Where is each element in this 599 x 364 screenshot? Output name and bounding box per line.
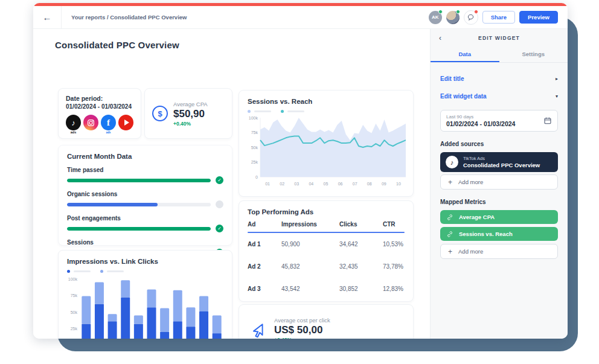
- svg-text:25k: 25k: [71, 327, 78, 331]
- ad-value-cell: 12,83%: [383, 278, 405, 300]
- legend-item-sessions: [281, 110, 304, 113]
- cpa-label: Average CPA: [173, 101, 208, 107]
- pending-icon: [216, 200, 223, 208]
- instagram-icon: [83, 115, 98, 130]
- svg-text:04: 04: [309, 182, 313, 186]
- ads-column-header: Impressions: [281, 216, 339, 232]
- impressions-clicks-widget[interactable]: Impressions vs. Link Clicks 025k50k75k10…: [58, 250, 232, 339]
- sessions-reach-widget[interactable]: Sessions vs. Reach 025k50k75k100k0102030…: [239, 90, 414, 197]
- progress-label: Post engagements: [67, 215, 223, 222]
- svg-text:25k: 25k: [251, 160, 258, 164]
- edit-title-label: Edit title: [440, 75, 464, 82]
- edit-widget-data-row[interactable]: Edit widget data ▾: [440, 88, 558, 105]
- legend-placeholder: [74, 270, 91, 272]
- stacked-bar-chart: 025k50k75k100k0102030405060708091011: [63, 274, 228, 339]
- chat-bubble-icon: [467, 13, 475, 21]
- added-source-card[interactable]: ♪TikTok AdsConsolidated PPC Overview: [440, 152, 558, 172]
- metrics-list: Average CPASessions vs. Reach: [440, 210, 558, 241]
- legend-dot: [248, 110, 251, 113]
- panel-back-chevron-icon[interactable]: ‹: [439, 34, 441, 42]
- svg-text:09: 09: [382, 182, 386, 186]
- tab-data[interactable]: Data: [431, 47, 499, 62]
- table-row[interactable]: Ad 245,83232,43573,78%: [239, 255, 413, 278]
- avatar-initials[interactable]: AK: [429, 11, 442, 24]
- online-dot: [456, 10, 460, 14]
- play-icon: [124, 120, 129, 126]
- svg-text:75k: 75k: [71, 293, 78, 298]
- date-period-widget[interactable]: Date period: 01/02/2024 - 01/03/2024 ♪ad…: [58, 88, 141, 139]
- top-ads-widget[interactable]: Top Performing Ads AdImpressionsClicksCT…: [239, 200, 414, 302]
- cursor-icon: [250, 322, 266, 338]
- table-row[interactable]: Ad 150,90034,64210,53%: [239, 233, 413, 255]
- calendar-icon[interactable]: [543, 117, 552, 125]
- legend-item-impressions: [67, 270, 91, 273]
- ads-table-header: AdImpressionsClicksCTR: [239, 216, 413, 232]
- svg-text:50k: 50k: [71, 310, 78, 315]
- add-metric-button[interactable]: + Add more: [440, 244, 558, 259]
- mapped-metric-pill[interactable]: Sessions vs. Reach: [440, 227, 558, 241]
- notification-dot: [474, 10, 478, 14]
- date-period-label: Date period:: [66, 95, 133, 102]
- ad-value-cell: 30,852: [339, 278, 383, 300]
- progress-label: Time passed: [67, 167, 223, 173]
- svg-text:03: 03: [294, 182, 299, 186]
- add-source-button[interactable]: + Add more: [440, 174, 558, 190]
- svg-text:08: 08: [367, 182, 372, 186]
- chat-button[interactable]: [464, 10, 478, 25]
- average-cpa-widget[interactable]: $ Average CPA $50,90 +0.40%: [144, 88, 232, 139]
- svg-text:07: 07: [353, 182, 357, 186]
- chart-legend: [67, 270, 227, 273]
- panel-title: EDIT WIDGET: [478, 35, 520, 41]
- stage: ← Your reports / Consolidated PPC Overvi…: [0, 0, 599, 364]
- mapped-metrics-label: Mapped Metrics: [440, 199, 558, 205]
- source-icons: ♪adsfads: [66, 115, 133, 130]
- tab-settings[interactable]: Settings: [499, 47, 568, 62]
- page-title: Consolidated PPC Overview: [55, 40, 179, 50]
- current-month-widget[interactable]: Current Month Data Time passed✓Organic s…: [58, 145, 232, 246]
- edit-widget-panel: ‹ EDIT WIDGET DataSettings Edit title ▸ …: [430, 29, 568, 339]
- svg-text:01: 01: [265, 182, 270, 186]
- progress-track: [67, 227, 211, 231]
- avg-cpc-widget[interactable]: Average cost per click US$ 50,00 +2.43%: [239, 304, 414, 339]
- check-icon: ✓: [216, 176, 223, 184]
- cpc-change: +2.43%: [274, 337, 330, 339]
- progress-item: Organic sessions: [67, 191, 223, 208]
- ad-value-cell: 32,435: [339, 255, 383, 278]
- preview-button[interactable]: Preview: [519, 11, 558, 24]
- svg-text:05: 05: [324, 182, 328, 186]
- mapped-metric-pill[interactable]: Average CPA: [440, 210, 558, 224]
- avatar-photo[interactable]: [446, 11, 460, 24]
- date-period-range: 01/02/2024 - 01/03/2024: [66, 103, 133, 110]
- svg-text:10: 10: [396, 182, 401, 186]
- svg-text:06: 06: [338, 182, 343, 186]
- topbar-actions: AK Share Preview: [429, 10, 568, 25]
- link-icon: [446, 231, 453, 238]
- breadcrumb[interactable]: Your reports / Consolidated PPC Overview: [71, 14, 187, 21]
- ads-column-header: Clicks: [339, 216, 383, 232]
- link-icon: [446, 214, 453, 221]
- date-range-picker[interactable]: Last 90 days 01/02/2024 - 01/03/2024: [440, 110, 558, 132]
- progress-fill: [67, 203, 158, 206]
- edit-title-row[interactable]: Edit title ▸: [440, 70, 558, 88]
- table-row[interactable]: Ad 343,54230,85212,83%: [239, 278, 413, 300]
- progress-track: [67, 179, 211, 182]
- back-arrow-icon[interactable]: ←: [33, 12, 61, 22]
- ad-value-cell: 50,900: [281, 233, 339, 255]
- progress-item: Time passed✓: [67, 167, 223, 184]
- panel-tabs: DataSettings: [431, 47, 568, 63]
- edit-widget-data-label: Edit widget data: [440, 93, 487, 100]
- tiktok-ads-icon: ♪ads: [66, 115, 81, 130]
- impressions-clicks-title: Impressions vs. Link Clicks: [63, 258, 227, 265]
- svg-text:100k: 100k: [249, 116, 258, 120]
- share-button[interactable]: Share: [482, 11, 515, 24]
- ads-column-header: CTR: [383, 216, 405, 232]
- top-ads-title: Top Performing Ads: [239, 208, 413, 216]
- ad-value-cell: 73,78%: [383, 255, 405, 278]
- panel-header: ‹ EDIT WIDGET: [431, 29, 568, 47]
- legend-item-link-clicks: [100, 270, 124, 273]
- tiktok-icon: ♪: [446, 156, 458, 168]
- ad-name-cell: Ad 2: [248, 255, 281, 278]
- chevron-right-icon: ▸: [556, 76, 558, 81]
- added-sources-label: Added sources: [440, 141, 558, 147]
- facebook-ads-icon: fads: [101, 115, 116, 130]
